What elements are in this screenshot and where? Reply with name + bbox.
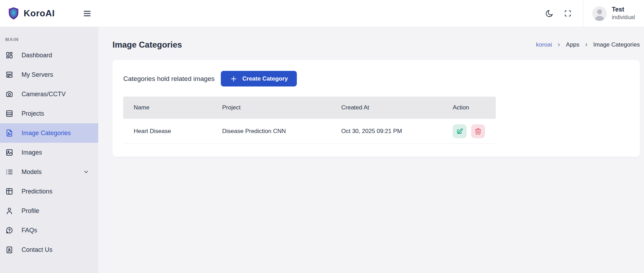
sidebar-item-label: Images xyxy=(22,149,42,156)
card-header: Categories hold related images Create Ca… xyxy=(123,71,629,86)
chevron-right-icon xyxy=(557,42,561,47)
sidebar-item-label: Image Categories xyxy=(22,130,71,137)
id-card-icon xyxy=(5,246,14,254)
sidebar-item-dashboard[interactable]: Dashboard xyxy=(0,46,98,65)
breadcrumb-item-apps: Apps xyxy=(566,41,579,48)
predictions-icon xyxy=(5,187,14,196)
top-header: KoroAI xyxy=(0,0,644,27)
sidebar-item-label: FAQs xyxy=(22,227,37,234)
breadcrumb: koroai Apps Image Categories xyxy=(536,41,640,48)
column-header-created-at: Created At xyxy=(331,104,442,111)
sidebar-item-label: Models xyxy=(22,168,42,176)
table-row: Heart Disease Disease Prediction CNN Oct… xyxy=(123,119,496,144)
cell-name: Heart Disease xyxy=(123,128,212,135)
sidebar-item-label: Dashboard xyxy=(22,52,52,59)
sidebar-item-label: Projects xyxy=(22,110,44,117)
person-icon xyxy=(5,207,14,215)
cell-created-at: Oct 30, 2025 09:21 PM xyxy=(331,128,442,135)
chevron-down-icon xyxy=(83,169,89,175)
create-category-button[interactable]: Create Category xyxy=(221,71,297,86)
projects-icon xyxy=(5,109,14,118)
column-header-project: Project xyxy=(212,104,331,111)
sidebar-item-images[interactable]: Images xyxy=(0,143,98,162)
user-name: Test xyxy=(612,6,635,14)
trash-icon xyxy=(474,127,482,135)
chevron-right-icon xyxy=(584,42,589,47)
column-header-name: Name xyxy=(123,104,212,111)
plus-icon xyxy=(230,75,237,83)
header-actions: Test individual xyxy=(542,0,644,27)
photo-icon xyxy=(5,148,14,157)
user-meta: Test individual xyxy=(612,6,635,21)
sidebar-item-projects[interactable]: Projects xyxy=(0,104,98,123)
sidebar-item-label: Contact Us xyxy=(22,246,52,254)
sidebar-section-label: MAIN xyxy=(5,37,98,42)
shield-logo-icon xyxy=(8,7,19,20)
image-file-icon xyxy=(5,129,14,137)
image-categories-card: Categories hold related images Create Ca… xyxy=(112,60,640,157)
sidebar-item-contact-us[interactable]: Contact Us xyxy=(0,240,98,259)
sidebar-item-profile[interactable]: Profile xyxy=(0,201,98,221)
models-list-icon xyxy=(5,168,14,176)
hamburger-menu-icon[interactable] xyxy=(83,9,92,18)
page-header: Image Categories koroai Apps Image Categ… xyxy=(112,40,640,50)
sidebar-item-label: My Servers xyxy=(22,71,53,78)
dashboard-icon xyxy=(5,51,14,59)
edit-pencil-icon xyxy=(456,127,463,135)
sidebar-item-label: Cameras/CCTV xyxy=(22,91,66,98)
brand-name: KoroAI xyxy=(24,8,55,19)
question-bubble-icon xyxy=(5,226,14,234)
main-content: Image Categories koroai Apps Image Categ… xyxy=(98,27,644,273)
breadcrumb-link-koroai[interactable]: koroai xyxy=(536,41,552,48)
breadcrumb-item-current: Image Categories xyxy=(593,41,640,48)
page-title: Image Categories xyxy=(112,40,182,50)
user-menu[interactable]: Test individual xyxy=(583,0,644,27)
user-role: individual xyxy=(612,14,635,21)
cell-project: Disease Prediction CNN xyxy=(212,128,331,135)
sidebar-item-models[interactable]: Models xyxy=(0,162,98,182)
brand-logo[interactable]: KoroAI xyxy=(0,7,69,20)
sidebar-item-predictions[interactable]: Predictions xyxy=(0,182,98,201)
sidebar-item-faqs[interactable]: FAQs xyxy=(0,221,98,240)
table-header-row: Name Project Created At Action xyxy=(123,97,496,119)
card-subtitle: Categories hold related images xyxy=(123,75,215,83)
create-category-label: Create Category xyxy=(242,75,288,82)
column-header-action: Action xyxy=(442,104,496,111)
row-actions xyxy=(442,124,496,138)
moon-icon xyxy=(545,9,553,18)
avatar xyxy=(592,6,607,21)
camera-icon xyxy=(5,90,14,98)
sidebar-item-my-servers[interactable]: My Servers xyxy=(0,65,98,84)
sidebar-item-label: Predictions xyxy=(22,188,52,195)
dark-mode-toggle[interactable] xyxy=(542,7,556,20)
servers-icon xyxy=(5,71,14,79)
sidebar-item-cameras-cctv[interactable]: Cameras/CCTV xyxy=(0,84,98,104)
sidebar: MAIN Dashboard My Servers Cameras/CCTV xyxy=(0,27,98,273)
categories-table: Name Project Created At Action Heart Dis… xyxy=(123,97,496,144)
edit-button[interactable] xyxy=(453,124,467,138)
maximize-icon xyxy=(564,9,572,17)
delete-button[interactable] xyxy=(471,124,485,138)
fullscreen-button[interactable] xyxy=(561,7,575,20)
sidebar-item-label: Profile xyxy=(22,207,39,215)
sidebar-item-image-categories[interactable]: Image Categories xyxy=(0,123,98,143)
